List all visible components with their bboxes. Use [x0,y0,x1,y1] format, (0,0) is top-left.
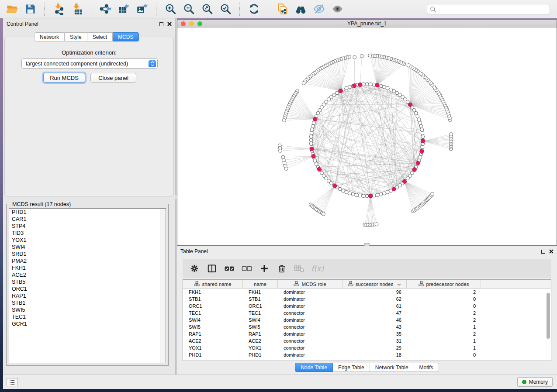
column-header-name[interactable]: name [243,280,278,288]
cell-successor-nodes[interactable]: 29 [343,344,407,351]
network-mcds-hub-node[interactable] [408,103,412,107]
network-mcds-hub-node[interactable] [358,83,362,86]
network-node[interactable] [421,131,424,135]
mcds-result-item[interactable]: PMA2 [9,258,166,265]
network-node[interactable] [345,86,348,90]
table-row[interactable]: RAP1RAP1dominator352 [183,330,551,337]
mcds-result-item[interactable]: PHD1 [9,209,166,216]
cell-MCDS-role[interactable]: dominator [278,303,343,309]
memory-button[interactable]: Memory [517,377,553,387]
cell-name[interactable]: RAP1 [243,330,278,337]
network-node[interactable] [310,131,313,135]
network-node[interactable] [419,124,423,128]
tab-node-table[interactable]: Node Table [295,363,333,372]
network-node[interactable] [379,193,383,196]
network-node[interactable] [322,212,325,216]
mcds-result-item[interactable]: STP4 [9,223,166,230]
network-node[interactable] [309,142,313,145]
cell-shared-name[interactable]: ACE2 [183,337,243,344]
cell-MCDS-role[interactable]: dominator [278,330,343,337]
cell-predecessor-nodes[interactable]: 0 [407,351,481,358]
cell-shared-name[interactable]: PHD1 [183,351,243,358]
mcds-list-scrollbar[interactable] [160,209,166,363]
network-node[interactable] [389,88,392,91]
table-row[interactable]: STB1STB1dominator620 [183,296,551,303]
cell-shared-name[interactable]: SWI5 [183,323,243,330]
mcds-result-item[interactable]: SWI4 [9,244,166,251]
cell-name[interactable]: PHD1 [243,351,278,358]
network-canvas[interactable] [177,28,557,245]
cell-name[interactable]: ORC1 [243,303,278,309]
add-column-button[interactable] [259,263,270,274]
cell-predecessor-nodes[interactable]: 2 [407,316,481,323]
mcds-result-item[interactable]: GCR1 [9,320,166,327]
export-image-button[interactable] [133,1,151,17]
delete-column-button[interactable] [276,263,287,274]
show-all-button[interactable] [328,1,346,17]
network-node[interactable] [348,192,351,195]
network-node[interactable] [362,194,365,198]
mcds-result-item[interactable]: STB1 [9,299,166,306]
cell-successor-nodes[interactable]: 46 [343,316,407,323]
mcds-result-item[interactable]: CAR1 [9,216,166,223]
open-session-button[interactable] [3,1,21,17]
network-node[interactable] [351,193,355,196]
network-node[interactable] [312,121,315,124]
network-node[interactable] [420,128,424,131]
zoom-selected-button[interactable] [216,1,235,17]
cell-name[interactable]: STB1 [243,296,278,303]
table-row[interactable]: PHD1PHD1dominator180 [183,351,551,358]
cell-MCDS-role[interactable]: connector [278,309,343,316]
criterion-select[interactable]: largest connected component (undirected) [21,58,158,69]
table-row[interactable]: SWI4SWI4dominator462 [183,316,551,323]
network-node[interactable] [375,223,378,226]
mcds-result-item[interactable]: TID3 [9,230,166,237]
network-node[interactable] [365,83,369,86]
cell-name[interactable]: FKH1 [243,289,278,296]
cell-MCDS-role[interactable]: connector [278,344,343,351]
task-history-button[interactable] [7,378,18,386]
network-mcds-hub-node[interactable] [310,147,314,151]
cell-successor-nodes[interactable]: 61 [343,303,407,309]
mcds-result-item[interactable]: SRD1 [9,251,166,258]
network-node[interactable] [386,190,389,194]
tab-network-table[interactable]: Network Table [370,363,414,372]
table-row[interactable]: ORC1ORC1dominator610 [183,303,551,309]
network-node[interactable] [365,194,369,198]
network-mcds-hub-node[interactable] [375,83,379,87]
network-node[interactable] [360,54,363,58]
cell-name[interactable]: SWI5 [243,323,278,330]
tab-network[interactable]: Network [34,32,65,41]
network-mcds-hub-node[interactable] [392,187,396,191]
cell-shared-name[interactable]: TEC1 [183,309,243,316]
mcds-result-item[interactable]: TEC1 [9,313,166,320]
network-node[interactable] [282,118,286,122]
cell-successor-nodes[interactable]: 62 [343,296,407,303]
cell-predecessor-nodes[interactable]: 0 [407,303,481,309]
search-input[interactable] [427,4,550,14]
cell-predecessor-nodes[interactable]: 0 [407,296,481,303]
cell-name[interactable]: YOX1 [243,344,278,351]
network-node[interactable] [419,121,422,124]
cell-successor-nodes[interactable]: 43 [343,323,407,330]
select-all-button[interactable] [224,263,235,274]
zoom-fit-button[interactable] [198,1,216,17]
network-node[interactable] [302,82,305,85]
mcds-result-item[interactable]: SWI5 [9,306,166,313]
column-header-successor-nodes[interactable]: successor nodes [343,280,407,288]
cell-MCDS-role[interactable]: dominator [278,316,343,323]
cell-shared-name[interactable]: YOX1 [183,344,243,351]
close-panel-icon[interactable] [167,20,172,28]
tab-edge-table[interactable]: Edge Table [333,363,370,372]
zoom-in-button[interactable] [161,1,180,17]
hide-unselected-button[interactable] [310,1,328,17]
cell-shared-name[interactable]: RAP1 [183,330,243,337]
network-node[interactable] [355,193,358,197]
export-network-button[interactable] [96,1,114,17]
float-panel-icon[interactable] [541,250,545,254]
network-mcds-hub-node[interactable] [339,89,343,93]
network-node[interactable] [278,149,282,152]
float-panel-icon[interactable] [159,22,163,26]
tab-style[interactable]: Style [65,32,87,41]
table-scrollbar[interactable] [546,289,550,360]
